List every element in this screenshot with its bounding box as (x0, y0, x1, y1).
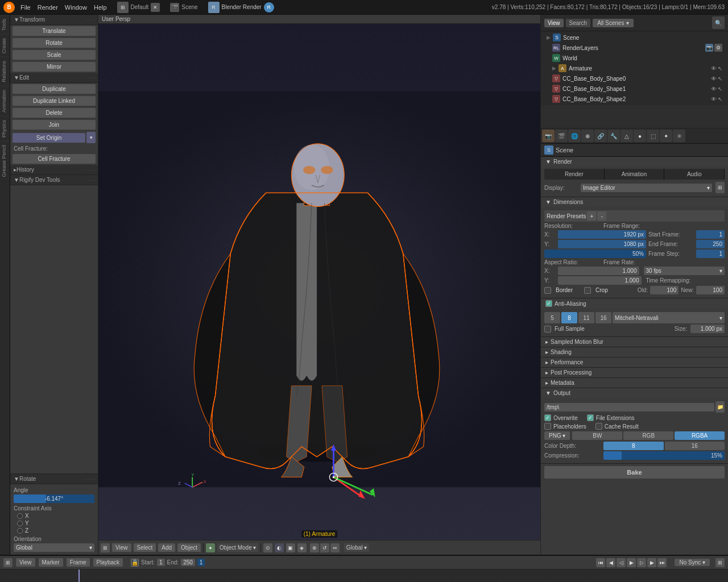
aa-8[interactable]: 8 (561, 312, 577, 323)
playback-btn[interactable]: Playback (93, 558, 123, 567)
jump-end[interactable]: ⏭ (657, 558, 667, 567)
body2-cursor[interactable]: ↖ (718, 96, 722, 102)
framerate-select[interactable]: 30 fps ▾ (644, 267, 725, 275)
view-menu[interactable]: View (112, 543, 131, 552)
transform-header[interactable]: ▼ Transform · · · (10, 15, 98, 25)
tree-armature[interactable]: ▶ A Armature 👁 ↖ (543, 63, 726, 73)
overwrite-check[interactable] (544, 414, 551, 421)
aa-11[interactable]: 11 (578, 312, 594, 323)
bw-btn[interactable]: BW (572, 431, 622, 440)
menu-window[interactable]: Window (65, 4, 87, 11)
aspect-y[interactable]: 1.000 (558, 276, 642, 285)
delete-btn[interactable]: Delete (13, 108, 96, 118)
viewport-draw-icon[interactable]: ⊙ (263, 543, 272, 552)
motion-blur-header[interactable]: ▸ Sampled Motion Blur (541, 337, 728, 347)
res-y-value[interactable]: 1080 px (558, 240, 646, 248)
object-menu[interactable]: Object (177, 543, 201, 552)
arm-eye[interactable]: 👁 (711, 65, 717, 72)
side-tab-grease-pencil[interactable]: Grease Pencil (0, 141, 10, 181)
end-frame-value[interactable]: 250 (696, 240, 725, 248)
blender-logo[interactable]: B (3, 2, 15, 13)
render-tab-animation[interactable]: Animation (605, 169, 665, 180)
view-tab[interactable]: View (544, 19, 564, 27)
start-value[interactable]: 1 (157, 559, 165, 566)
aa-header[interactable]: Anti-Aliasing (541, 298, 728, 309)
prop-icon-object[interactable]: ⊕ (581, 130, 594, 142)
pp-header[interactable]: ▸ Post Processing (541, 368, 728, 377)
edit-header[interactable]: ▼ Edit · · · (10, 73, 98, 83)
cd-16[interactable]: 16 (665, 442, 725, 450)
timeline-end-icon[interactable]: ⊞ (715, 558, 725, 567)
output-path[interactable]: /tmp\ (544, 403, 714, 411)
history-header[interactable]: ▸ History · · · (10, 165, 98, 175)
constraint-z[interactable]: Z (17, 527, 91, 534)
presets-remove[interactable]: - (597, 211, 606, 221)
presets-add[interactable]: + (587, 211, 596, 221)
set-origin-dropdown[interactable]: ▾ (86, 132, 96, 143)
end-value[interactable]: 250 (181, 559, 195, 566)
menu-file[interactable]: File (20, 4, 31, 11)
tree-world[interactable]: W World (543, 53, 726, 63)
tree-body1[interactable]: ▽ CC_Base_Body_Shape1 👁 ↖ (543, 84, 726, 94)
prop-icon-particles[interactable]: ✦ (660, 130, 672, 142)
renderlayers-icon2[interactable]: 📷 (705, 44, 713, 52)
aa-5[interactable]: 5 (544, 312, 560, 323)
viewport-shading-icon[interactable]: ◐ (275, 543, 284, 552)
body1-cursor[interactable]: ↖ (718, 86, 722, 92)
frame-step-value[interactable]: 1 (696, 250, 725, 258)
marker-btn[interactable]: Marker (39, 558, 63, 567)
editor-type-close[interactable]: ✕ (151, 3, 160, 12)
display-select[interactable]: Image Editor ▾ (581, 184, 712, 192)
scene-icon[interactable]: 🎬 (170, 3, 179, 12)
viewport-mat-icon[interactable]: ◈ (297, 543, 307, 552)
prop-icon-texture[interactable]: ⬚ (647, 130, 659, 142)
select-menu[interactable]: Select (134, 543, 156, 552)
menu-help[interactable]: Help (94, 4, 107, 11)
menu-render[interactable]: Render (38, 4, 58, 11)
render-tab-audio[interactable]: Audio (664, 169, 725, 180)
start-frame-value[interactable]: 1 (696, 230, 725, 239)
editor-type-icon[interactable]: ⊞ (117, 2, 129, 13)
file-ext-check[interactable] (587, 414, 594, 421)
prop-icon-modifiers[interactable]: 🔧 (607, 130, 620, 142)
format-select[interactable]: PNG ▾ (544, 431, 570, 440)
dimensions-header[interactable]: ▼ Dimensions (541, 197, 728, 207)
placeholders-check[interactable] (544, 423, 551, 430)
perf-header[interactable]: ▸ Performance (541, 357, 728, 367)
aa-filter-select[interactable]: Mitchell-Netravali ▾ (613, 312, 725, 323)
cache-result-check[interactable] (595, 423, 602, 430)
global-dropdown[interactable]: Global ▾ (344, 543, 369, 552)
frame-btn[interactable]: Frame (67, 558, 90, 567)
mode-icon[interactable]: ● (206, 543, 215, 552)
prop-icon-data[interactable]: △ (621, 130, 633, 142)
lock-check[interactable]: 🔒 (131, 559, 139, 567)
side-tab-tools[interactable]: Tools (0, 15, 10, 34)
aa-16[interactable]: 16 (595, 312, 611, 323)
aa-check[interactable] (545, 300, 552, 307)
prop-icon-physics[interactable]: ⚛ (673, 130, 685, 142)
add-menu[interactable]: Add (158, 543, 175, 552)
viewport-solid-icon[interactable]: ▣ (286, 543, 295, 552)
new-value[interactable]: 100 (696, 286, 725, 294)
output-header[interactable]: ▼ Output (541, 388, 728, 398)
prop-icon-render[interactable]: 📷 (542, 130, 555, 142)
play[interactable]: ▶ (627, 558, 636, 567)
prev-key[interactable]: ◁ (617, 558, 626, 567)
compression-value[interactable]: 15% (603, 451, 725, 460)
current-frame[interactable]: 1 (197, 559, 205, 566)
mirror-btn[interactable]: Mirror (13, 62, 96, 72)
rgb-btn[interactable]: RGB (623, 431, 673, 440)
rigify-header[interactable]: ▼ Rigify Dev Tools · · · (10, 175, 98, 185)
side-tab-relations[interactable]: Relations (0, 57, 10, 86)
x-radio[interactable] (17, 513, 23, 519)
viewport-canvas[interactable]: X Y Z (1) Armature (98, 24, 540, 555)
old-value[interactable]: 100 (650, 286, 679, 294)
side-tab-animation[interactable]: Animation (0, 86, 10, 116)
timeline-icon[interactable]: ⊞ (3, 558, 13, 567)
rotate-btn[interactable]: Rotate (13, 38, 96, 48)
bake-btn[interactable]: Bake (544, 466, 725, 479)
body2-eye[interactable]: 👁 (711, 96, 717, 102)
full-sample-check[interactable] (544, 326, 551, 332)
constraint-x[interactable]: X (17, 513, 91, 519)
translate-btn[interactable]: Translate (13, 26, 96, 36)
